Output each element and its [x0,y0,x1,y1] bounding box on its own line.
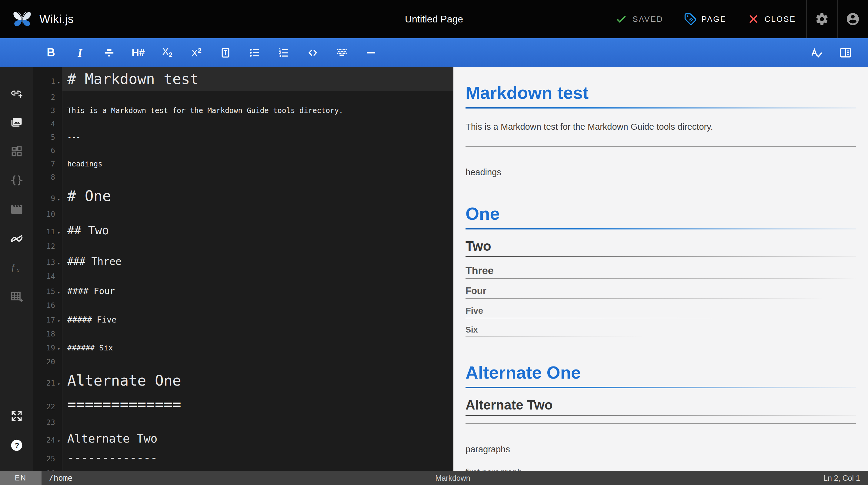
editor-line[interactable]: 7headings [33,157,453,171]
editor-line[interactable]: 18 [33,327,453,341]
preview-toggle-button[interactable] [831,38,860,67]
editor-line[interactable]: 14 [33,270,453,283]
editor-line[interactable]: 15▾#### Four [33,283,453,299]
settings-button[interactable] [807,0,837,38]
insert-sidebar: fx? [0,67,33,471]
close-label: CLOSE [765,14,796,24]
sidebar-help-button[interactable]: ? [10,438,23,452]
tag-icon [684,13,697,26]
numbered-list-button[interactable]: 123 [269,38,298,67]
fold-arrow-icon[interactable]: ▾ [55,346,62,352]
code-tags-icon [307,47,319,59]
sidebar-insert-code-block-button[interactable] [10,174,23,187]
preview-heading-text: Two [466,239,856,254]
table-plus-icon [10,290,23,303]
preview-heading-text: Alternate Two [466,397,856,413]
editor-line[interactable]: 10 [33,208,453,221]
sidebar-insert-table-button[interactable] [10,290,23,303]
close-editor-button[interactable]: CLOSE [737,0,806,38]
editor-line[interactable]: 16 [33,299,453,312]
fold-arrow-icon[interactable]: ▾ [55,290,62,295]
preview-heading-h2: Two [466,239,856,257]
sidebar-insert-diagram-button[interactable] [10,232,23,245]
line-number: 18 [33,330,62,338]
bold-button[interactable]: B [36,38,65,67]
fold-arrow-icon[interactable]: ▾ [55,438,62,444]
close-x-icon [747,13,760,26]
textbox-button[interactable] [211,38,240,67]
editor-line[interactable]: 22============= [33,392,453,416]
editor-line[interactable]: 6 [33,144,453,157]
fold-arrow-icon[interactable]: ▾ [55,318,62,324]
sidebar-insert-image-button[interactable] [10,116,23,129]
strikethrough-button[interactable] [95,38,124,67]
sidebar-insert-link-button[interactable] [10,86,23,100]
inline-code-button[interactable] [298,38,327,67]
preview-paragraph: headings [466,166,856,178]
bullet-list-button[interactable] [240,38,269,67]
editor-line-text [62,240,453,253]
editor-line[interactable]: 9▾# One [33,184,453,208]
editor-line-text: ## Two [62,221,453,240]
heading-underline-rule [466,415,856,416]
editor-line[interactable]: 24▾Alternate Two [33,429,453,448]
superscript-button[interactable]: X2 [182,38,211,67]
preview-heading-h2: Alternate Two [466,397,856,416]
sidebar-insert-video-button[interactable] [10,203,23,216]
heading-underline-rule [466,298,856,299]
editor-line[interactable]: 11▾## Two [33,221,453,240]
fold-arrow-icon[interactable]: ▾ [55,197,62,202]
markdown-code-editor[interactable]: 1▾# Markdown test2 3This is a Markdown t… [33,67,453,471]
horizontal-rule-button[interactable] [356,38,385,67]
markdown-preview-pane[interactable]: Markdown testThis is a Markdown test for… [453,67,868,471]
editor-line[interactable]: 2 [33,91,453,104]
italic-button[interactable]: I [65,38,95,67]
editor-line-text [62,270,453,283]
format-toolbar-right [802,38,860,67]
sidebar-insert-math-button[interactable]: fx [10,261,23,274]
fold-arrow-icon[interactable]: ▾ [55,80,62,85]
preview-heading-h1: Alternate One [466,363,856,388]
editor-line-text: ###### Six [62,341,453,355]
account-button[interactable] [838,0,868,38]
editor-line[interactable]: 5--- [33,131,453,144]
page-path: /home [49,474,72,483]
subscript-button[interactable]: X2 [153,38,182,67]
line-number: 20 [33,358,62,366]
editor-line[interactable]: 12 [33,240,453,253]
fold-arrow-icon[interactable]: ▾ [55,261,62,266]
check-icon [615,13,628,26]
line-number: 17▾ [33,316,62,324]
sidebar-insert-block-button[interactable] [10,145,23,158]
fold-arrow-icon[interactable]: ▾ [55,381,62,387]
editor-line[interactable]: 4 [33,117,453,131]
editor-line[interactable]: 23 [33,416,453,429]
heading-button[interactable]: H# [124,38,153,67]
editor-line-text [62,327,453,341]
preview-heading-text: Four [466,285,856,297]
page-properties-button[interactable]: PAGE [674,0,737,38]
heading-underline-rule [466,318,856,318]
spellcheck-button[interactable] [802,38,831,67]
saved-status-button[interactable]: SAVED [604,0,674,38]
editor-line[interactable]: 3This is a Markdown test for the Markdow… [33,104,453,117]
function-icon: fx [10,261,23,274]
line-number: 13▾ [33,258,62,267]
sidebar-fullscreen-button[interactable] [10,410,23,423]
line-number: 16 [33,301,62,310]
editor-line[interactable]: 20 [33,355,453,369]
line-number: 22 [33,402,62,411]
editor-line[interactable]: 26 [33,467,453,471]
editor-line[interactable]: 21▾Alternate One [33,369,453,392]
editor-line[interactable]: 19▾###### Six [33,341,453,355]
keyboard-key-button[interactable] [327,38,356,67]
strikethrough-icon [103,47,115,59]
fold-arrow-icon[interactable]: ▾ [55,230,62,236]
editor-line[interactable]: 13▾### Three [33,253,453,270]
language-selector[interactable]: EN [0,471,41,485]
editor-line[interactable]: 17▾##### Five [33,312,453,327]
editor-line[interactable]: 1▾# Markdown test [33,67,453,91]
heading-underline-rule [466,278,856,279]
editor-line[interactable]: 8 [33,171,453,184]
editor-line[interactable]: 25------------- [33,448,453,467]
